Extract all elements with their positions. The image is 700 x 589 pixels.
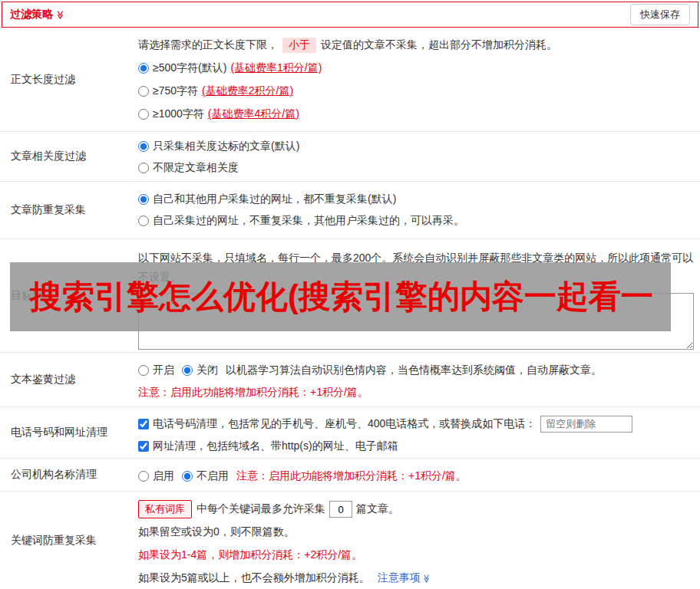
cost-note: (基础费率1积分/篇) [230, 61, 322, 75]
option-dedup-all-users[interactable]: 自己和其他用户采集过的网址，都不重复采集(默认) [138, 189, 677, 210]
page-title-text: 过滤策略 [10, 8, 53, 21]
row-phone-url-clean: 电话号码和网址清理 电话号码清理，包括常见的手机号、座机号、400电话格式，或替… [0, 407, 700, 459]
keyword-dedup-content: 私有词库 中每个关键词最多允许采集 篇文章。 如果留空或设为0，则不限篇数。 如… [138, 492, 700, 589]
keyword-rule-zero: 如果留空或设为0，则不限篇数。 [138, 521, 677, 544]
notice-link[interactable]: 注意事项 ≫ [378, 571, 431, 585]
intro-after: 设定值的文章不采集，超出部分不增加积分消耗。 [321, 38, 557, 52]
option-relevance-any[interactable]: 不限定文章相关度 [138, 157, 677, 179]
dedup-filter-label: 文章防重复采集 [0, 182, 138, 239]
limit-text-after: 篇文章。 [356, 502, 399, 516]
option-porn-off[interactable]: 关闭 [182, 364, 218, 377]
company-clean-label: 公司机构名称清理 [0, 459, 138, 491]
option-porn-on[interactable]: 开启 [138, 364, 174, 377]
option-company-off[interactable]: 不启用 [182, 469, 229, 483]
option-label: 不启用 [196, 469, 229, 483]
radio-porn-on[interactable] [138, 365, 149, 376]
radio-company-on[interactable] [138, 471, 149, 482]
keyword-rule-5plus-line: 如果设为5篇或以上，也不会额外增加积分消耗。 注意事项 ≫ [138, 567, 677, 589]
option-label: 网址清理，包括纯域名、带http(s)的网址、电子邮箱 [153, 439, 398, 453]
option-label: ≥1000字符 [153, 107, 204, 121]
keyword-dedup-label: 关键词防重复采集 [0, 492, 138, 589]
quick-save-button[interactable]: 快速保存 [630, 4, 690, 25]
cost-note: (基础费率2积分/篇) [202, 84, 293, 98]
checkbox-url-clean[interactable] [138, 441, 149, 452]
intro-before: 请选择需求的正文长度下限， [138, 38, 278, 52]
option-label: 开启 [153, 364, 174, 377]
relevance-filter-content: 只采集相关度达标的文章(默认) 不限定文章相关度 [138, 132, 700, 181]
radio-relevance-any[interactable] [138, 163, 149, 173]
option-label: 启用 [153, 469, 174, 483]
option-label: 电话号码清理，包括常见的手机号、座机号、400电话格式，或替换成如下电话： [153, 417, 536, 431]
relevance-filter-label: 文章相关度过滤 [0, 132, 138, 181]
keyword-limit-line: 私有词库 中每个关键词最多允许采集 篇文章。 [138, 498, 677, 521]
porn-filter-options: 开启 关闭 以机器学习算法自动识别色情内容，当色情概率达到系统阈值，自动屏蔽文章… [138, 359, 677, 382]
company-clean-warning: 注意：启用此功能将增加积分消耗：+1积分/篇。 [236, 469, 467, 483]
option-500-chars[interactable]: ≥500字符(默认) (基础费率1积分/篇) [138, 57, 677, 80]
checkbox-phone-clean[interactable] [138, 419, 149, 429]
radio-company-off[interactable] [182, 471, 193, 482]
row-keyword-dedup: 关键词防重复采集 私有词库 中每个关键词最多允许采集 篇文章。 如果留空或设为0… [0, 492, 700, 589]
radio-dedup-all-users[interactable] [138, 194, 149, 205]
row-relevance-filter: 文章相关度过滤 只采集相关度达标的文章(默认) 不限定文章相关度 [0, 132, 700, 182]
porn-filter-label: 文本鉴黄过滤 [0, 353, 138, 406]
keyword-rule-1-4: 如果设为1-4篇，则增加积分消耗：+2积分/篇。 [138, 544, 677, 567]
option-label: 只采集相关度达标的文章(默认) [153, 140, 299, 153]
option-label: 自己采集过的网址，不重复采集，其他用户采集过的，可以再采。 [153, 214, 464, 228]
keyword-limit-input[interactable] [329, 501, 352, 518]
watermark-overlay: 搜索引擎怎么优化(搜索引擎的内容一起看一 [10, 262, 671, 331]
keyword-rule-5plus-text: 如果设为5篇或以上，也不会额外增加积分消耗。 [138, 571, 370, 585]
option-label: 关闭 [196, 364, 218, 377]
option-label: ≥500字符(默认) [153, 61, 226, 75]
row-porn-filter: 文本鉴黄过滤 开启 关闭 以机器学习算法自动识别色情内容，当色情概率达到系统阈值… [0, 353, 700, 407]
row-dedup-filter: 文章防重复采集 自己和其他用户采集过的网址，都不重复采集(默认) 自己采集过的网… [0, 182, 700, 239]
phone-replace-input[interactable] [540, 416, 632, 433]
option-label: ≥750字符 [153, 84, 198, 98]
option-label: 不限定文章相关度 [153, 161, 239, 175]
company-clean-content: 启用 不启用 注意：启用此功能将增加积分消耗：+1积分/篇。 [138, 459, 700, 491]
notice-link-text: 注意事项 [378, 571, 421, 585]
option-750-chars[interactable]: ≥750字符 (基础费率2积分/篇) [138, 80, 677, 103]
chevron-down-icon: ≫ [422, 574, 431, 583]
length-filter-content: 请选择需求的正文长度下限， 小于 设定值的文章不采集，超出部分不增加积分消耗。 … [138, 28, 700, 131]
watermark-text: 搜索引擎怎么优化(搜索引擎的内容一起看一 [10, 275, 653, 318]
radio-1000-chars[interactable] [138, 109, 149, 120]
porn-filter-warning: 注意：启用此功能将增加积分消耗：+1积分/篇。 [138, 382, 677, 403]
phone-url-clean-label: 电话号码和网址清理 [0, 407, 138, 458]
limit-text-before: 中每个关键词最多允许采集 [196, 502, 325, 516]
cost-note: (基础费率4积分/篇) [208, 107, 299, 121]
porn-filter-content: 开启 关闭 以机器学习算法自动识别色情内容，当色情概率达到系统阈值，自动屏蔽文章… [138, 353, 700, 406]
option-url-clean[interactable]: 网址清理，包括纯域名、带http(s)的网址、电子邮箱 [138, 435, 677, 457]
less-than-highlight: 小于 [282, 38, 316, 53]
option-company-on[interactable]: 启用 [138, 469, 174, 483]
row-target-sites: 目标网 以下网站不采集，只填域名，每行一个，最多200个。系统会自动识别并屏蔽那… [0, 239, 700, 353]
radio-500-chars[interactable] [138, 63, 149, 74]
row-length-filter: 正文长度过滤 请选择需求的正文长度下限， 小于 设定值的文章不采集，超出部分不增… [0, 28, 700, 132]
length-filter-label: 正文长度过滤 [0, 28, 138, 131]
radio-relevance-strict[interactable] [138, 141, 149, 152]
option-dedup-self-only[interactable]: 自己采集过的网址，不重复采集，其他用户采集过的，可以再采。 [138, 210, 677, 232]
page-title[interactable]: 过滤策略 ≫ [10, 8, 65, 21]
chevron-down-icon: ≫ [56, 10, 64, 19]
option-phone-clean[interactable]: 电话号码清理，包括常见的手机号、座机号、400电话格式，或替换成如下电话： [138, 413, 677, 435]
option-1000-chars[interactable]: ≥1000字符 (基础费率4积分/篇) [138, 103, 677, 126]
radio-dedup-self-only[interactable] [138, 216, 149, 226]
row-company-clean: 公司机构名称清理 启用 不启用 注意：启用此功能将增加积分消耗：+1积分/篇。 [0, 459, 700, 492]
dedup-filter-content: 自己和其他用户采集过的网址，都不重复采集(默认) 自己采集过的网址，不重复采集，… [138, 182, 700, 239]
filter-strategy-page: 过滤策略 ≫ 快速保存 正文长度过滤 请选择需求的正文长度下限， 小于 设定值的… [0, 0, 700, 589]
private-thesaurus-tag[interactable]: 私有词库 [138, 500, 192, 518]
company-clean-options: 启用 不启用 注意：启用此功能将增加积分消耗：+1积分/篇。 [138, 465, 677, 488]
option-label: 自己和其他用户采集过的网址，都不重复采集(默认) [153, 192, 396, 206]
length-filter-intro: 请选择需求的正文长度下限， 小于 设定值的文章不采集，超出部分不增加积分消耗。 [138, 34, 677, 57]
porn-filter-description: 以机器学习算法自动识别色情内容，当色情概率达到系统阈值，自动屏蔽文章。 [226, 364, 602, 377]
phone-url-clean-content: 电话号码清理，包括常见的手机号、座机号、400电话格式，或替换成如下电话： 网址… [138, 407, 700, 458]
radio-750-chars[interactable] [138, 86, 149, 97]
radio-porn-off[interactable] [182, 365, 193, 376]
topbar: 过滤策略 ≫ 快速保存 [2, 2, 698, 28]
option-relevance-strict[interactable]: 只采集相关度达标的文章(默认) [138, 136, 677, 157]
